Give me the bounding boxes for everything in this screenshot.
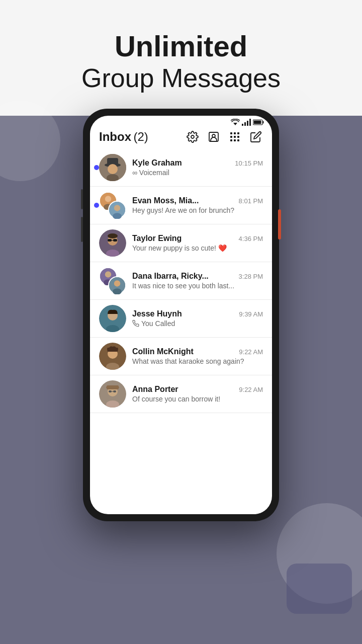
svg-rect-14 (230, 136, 232, 138)
avatar-jesse (99, 305, 126, 332)
avatar-collin (99, 343, 126, 370)
message-preview-jesse: You Called (132, 319, 263, 328)
svg-rect-54 (109, 390, 112, 392)
svg-point-8 (191, 135, 194, 138)
signal-icon (242, 119, 251, 126)
svg-point-36 (108, 233, 118, 238)
svg-rect-13 (237, 132, 239, 134)
svg-rect-11 (230, 132, 232, 134)
message-preview-collin: What was that karaoke song again? (132, 357, 263, 365)
battery-icon (253, 119, 264, 125)
message-content-taylor: Taylor Ewing 4:36 PM Your new puppy is s… (132, 234, 263, 252)
message-preview-dana: It was nice to see you both last... (132, 282, 263, 290)
contact-name-collin: Collin McKnight (132, 347, 194, 356)
apps-icon (229, 131, 241, 143)
contacts-icon-button[interactable] (207, 130, 221, 144)
compose-icon (250, 131, 262, 143)
message-preview-anna: Of course you can borrow it! (132, 395, 263, 403)
message-item-evan[interactable]: Evan Moss, Mia... 8:01 PM Hey guys! Are … (90, 187, 272, 224)
svg-rect-33 (108, 239, 112, 242)
svg-rect-18 (234, 139, 236, 141)
phone-vol-up-button (81, 189, 83, 209)
message-time-dana: 3:28 PM (239, 273, 263, 280)
svg-rect-2 (244, 122, 246, 126)
message-content-jesse: Jesse Huynh 9:39 AM You Called (132, 309, 263, 328)
unread-indicator-kyle (94, 165, 99, 170)
phone-vol-down-button (81, 217, 83, 242)
message-item-dana[interactable]: Dana Ibarra, Ricky... 3:28 PM It was nic… (90, 262, 272, 300)
svg-rect-55 (113, 390, 116, 392)
settings-icon (187, 131, 199, 143)
avatar-anna (99, 380, 126, 408)
inbox-action-icons (186, 130, 263, 144)
svg-point-42 (114, 280, 120, 286)
message-content-dana: Dana Ibarra, Ricky... 3:28 PM It was nic… (132, 272, 263, 290)
contact-name-anna: Anna Porter (132, 385, 178, 394)
message-list: Kyle Graham 10:15 PM ∞ Voicemail (90, 149, 272, 514)
svg-rect-4 (249, 119, 251, 126)
message-time-kyle: 10:15 PM (235, 159, 263, 167)
contact-name-dana: Dana Ibarra, Ricky... (132, 272, 209, 281)
message-preview-taylor: Your new puppy is so cute! ❤️ (132, 244, 263, 252)
message-time-collin: 9:22 AM (239, 348, 263, 356)
message-time-jesse: 9:39 AM (239, 310, 263, 318)
message-content-evan: Evan Moss, Mia... 8:01 PM Hey guys! Are … (132, 196, 263, 214)
svg-rect-6 (254, 121, 261, 124)
svg-rect-3 (247, 121, 248, 126)
svg-rect-1 (242, 124, 243, 126)
hero-background: Unlimited Group Messages (0, 0, 362, 644)
compose-icon-button[interactable] (249, 130, 263, 144)
message-preview-evan: Hey guys! Are we on for brunch? (132, 206, 263, 214)
message-content-collin: Collin McKnight 9:22 AM What was that ka… (132, 347, 263, 365)
phone-icon (132, 320, 139, 327)
status-bar (90, 116, 272, 127)
message-item-kyle[interactable]: Kyle Graham 10:15 PM ∞ Voicemail (90, 149, 272, 187)
message-item-collin[interactable]: Collin McKnight 9:22 AM What was that ka… (90, 338, 272, 375)
avatar-evan-group (99, 192, 126, 219)
svg-rect-15 (234, 136, 236, 138)
svg-rect-16 (237, 136, 239, 138)
avatar-kyle (99, 154, 126, 181)
unread-indicator-evan (94, 203, 99, 208)
message-time-evan: 8:01 PM (239, 197, 263, 205)
svg-rect-19 (237, 139, 239, 141)
avatar-taylor (99, 229, 126, 257)
message-item-jesse[interactable]: Jesse Huynh 9:39 AM You Called (90, 300, 272, 338)
svg-marker-0 (233, 123, 237, 125)
message-item-anna[interactable]: Anna Porter 9:22 AM Of course you can bo… (90, 375, 272, 413)
wifi-icon (231, 119, 240, 126)
contact-name-jesse: Jesse Huynh (132, 309, 182, 318)
contact-name-taylor: Taylor Ewing (132, 234, 182, 243)
inbox-count: (2) (133, 130, 148, 143)
inbox-title: Inbox (99, 130, 131, 143)
svg-point-23 (108, 164, 118, 174)
hero-title-light: Group Messages (0, 62, 362, 94)
svg-rect-17 (230, 139, 232, 141)
bg-decoration-bubble (287, 564, 352, 614)
message-content-anna: Anna Porter 9:22 AM Of course you can bo… (132, 385, 263, 403)
svg-rect-53 (107, 385, 119, 389)
contact-name-kyle: Kyle Graham (132, 158, 182, 168)
hero-header: Unlimited Group Messages (0, 0, 362, 109)
message-preview-kyle: ∞ Voicemail (132, 169, 263, 177)
svg-rect-7 (263, 121, 264, 124)
message-time-anna: 9:22 AM (239, 386, 263, 393)
phone-side-button (278, 209, 281, 239)
phone-wrapper: Inbox (2) (0, 109, 362, 521)
inbox-header: Inbox (2) (90, 127, 272, 149)
message-time-taylor: 4:36 PM (239, 235, 263, 243)
svg-point-29 (114, 205, 120, 211)
apps-icon-button[interactable] (228, 130, 242, 144)
phone-frame: Inbox (2) (83, 109, 279, 521)
message-content-kyle: Kyle Graham 10:15 PM ∞ Voicemail (132, 158, 263, 177)
svg-rect-12 (234, 132, 236, 134)
contact-name-evan: Evan Moss, Mia... (132, 196, 199, 205)
hero-title-bold: Unlimited (0, 30, 362, 62)
avatar-dana-group (99, 267, 126, 294)
contacts-icon (208, 131, 220, 143)
phone-screen: Inbox (2) (90, 116, 272, 514)
message-item-taylor[interactable]: Taylor Ewing 4:36 PM Your new puppy is s… (90, 224, 272, 262)
svg-rect-34 (113, 239, 117, 242)
settings-icon-button[interactable] (186, 130, 200, 144)
